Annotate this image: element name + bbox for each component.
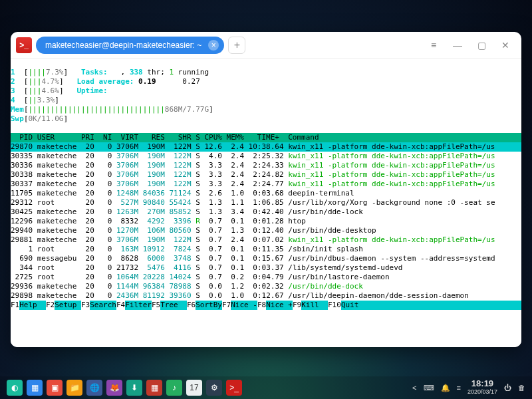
firefox-icon[interactable]: 🦊 — [106, 380, 122, 396]
close-button[interactable]: ✕ — [500, 40, 511, 51]
music-icon[interactable]: ♪ — [166, 380, 182, 396]
maximize-button[interactable]: ▢ — [476, 40, 487, 51]
terminal-taskbar-icon[interactable]: >_ — [226, 380, 242, 396]
tray-power-icon[interactable]: ⏻ — [504, 384, 511, 392]
tray-notification-icon[interactable]: 🔔 — [441, 384, 450, 392]
new-tab-button[interactable]: + — [228, 37, 245, 54]
calendar-icon[interactable]: 17 — [186, 380, 202, 396]
terminal-tab[interactable]: maketecheasier@deepin-maketecheasier: ~ … — [36, 37, 224, 54]
tray-trash-icon[interactable]: 🗑 — [518, 384, 525, 392]
terminal-window: >_ maketecheasier@deepin-maketecheasier:… — [11, 32, 521, 347]
app-icon-2[interactable]: ▦ — [146, 380, 162, 396]
files-icon[interactable]: 📁 — [66, 380, 82, 396]
tray-network-icon[interactable]: ≡ — [457, 384, 461, 392]
minimize-button[interactable]: — — [452, 40, 463, 51]
terminal-app-icon: >_ — [16, 37, 32, 53]
app-icon-1[interactable]: ▣ — [47, 380, 63, 396]
clock[interactable]: 18:19 2020/03/17 — [467, 380, 497, 396]
tray-keyboard-icon[interactable]: ⌨ — [424, 384, 434, 392]
menu-icon[interactable]: ≡ — [428, 40, 439, 51]
tab-title: maketecheasier@deepin-maketecheasier: ~ — [45, 41, 201, 50]
store-icon[interactable]: ⬇ — [126, 380, 142, 396]
tray-chevron-icon[interactable]: < — [412, 384, 416, 392]
multitask-icon[interactable]: ▦ — [27, 380, 43, 396]
settings-icon[interactable]: ⚙ — [206, 380, 222, 396]
window-controls: ≡ — ▢ ✕ — [428, 40, 516, 51]
launcher-icon[interactable]: ◐ — [7, 380, 23, 396]
titlebar: >_ maketecheasier@deepin-maketecheasier:… — [11, 32, 521, 59]
tab-close-icon[interactable]: × — [208, 40, 219, 51]
terminal-content[interactable]: 1 [|||| 7.3%] Tasks: , 338 thr; 1 runnin… — [11, 59, 521, 347]
taskbar: ◐ ▦ ▣ 📁 🌐 🦊 ⬇ ▦ ♪ 17 ⚙ >_ < ⌨ 🔔 ≡ 18:19 … — [0, 376, 532, 399]
browser-icon[interactable]: 🌐 — [86, 380, 102, 396]
